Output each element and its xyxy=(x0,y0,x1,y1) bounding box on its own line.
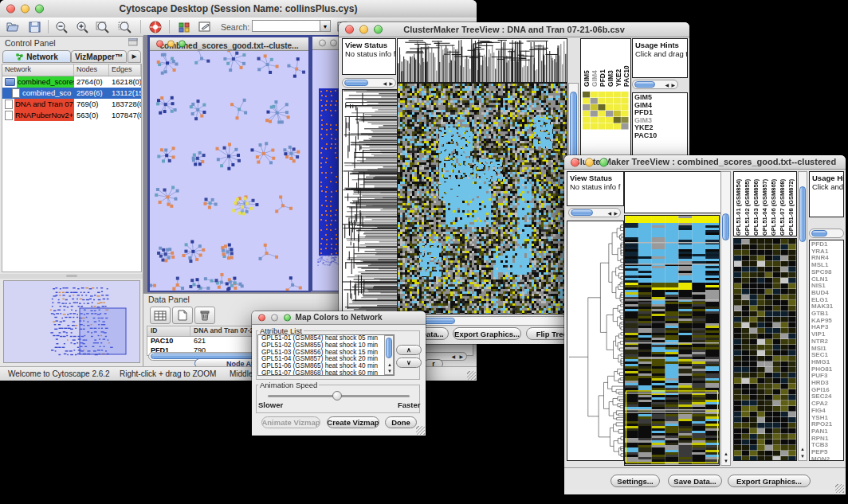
scrollbar-thumb[interactable] xyxy=(571,209,593,216)
zoom-in-icon[interactable] xyxy=(73,19,91,34)
tv1-titlebar[interactable]: ClusterMaker TreeView : DNA and Tran 07-… xyxy=(339,22,689,37)
scroll-left-icon[interactable]: ◀ xyxy=(607,211,611,216)
attribute-list[interactable]: GPL51-01 (GSM854) heat shock 05 minGPL51… xyxy=(257,334,395,376)
col-edges[interactable]: Edges xyxy=(109,64,141,76)
vizmapper-icon[interactable] xyxy=(175,19,193,34)
tv2-zoom-heatmap[interactable] xyxy=(733,238,797,461)
active-frame-titlebar[interactable]: combined_scores_good.txt--cluste... xyxy=(150,37,308,51)
scroll-right-icon[interactable]: ▶ xyxy=(459,354,463,359)
export-graphics-button[interactable]: Export Graphics... xyxy=(728,475,811,487)
maximize-button[interactable] xyxy=(284,315,291,322)
scrollbar-thumb[interactable] xyxy=(799,186,806,242)
main-titlebar[interactable]: Cytoscape Desktop (Session Name: collins… xyxy=(0,0,477,18)
col-nodes[interactable]: Nodes xyxy=(74,64,109,76)
col-network[interactable]: Network xyxy=(2,64,74,76)
tv1-zoom-heatmap[interactable] xyxy=(583,92,629,130)
settings-button[interactable]: Settings... xyxy=(610,475,660,487)
zoom-out-icon[interactable] xyxy=(53,19,70,34)
tv1-usage-hscrollbar[interactable]: ◀ ▶ xyxy=(632,80,678,89)
save-data-button[interactable]: Save Data... xyxy=(668,475,722,487)
resize-grip[interactable] xyxy=(835,484,844,493)
scrollbar-thumb[interactable] xyxy=(722,213,729,240)
scroll-right-icon[interactable]: ▶ xyxy=(389,81,393,86)
maximize-button[interactable] xyxy=(35,5,44,14)
scroll-up-icon[interactable]: ▲ xyxy=(800,447,805,451)
scrollbar-thumb[interactable] xyxy=(344,80,368,86)
scrollbar-thumb[interactable] xyxy=(634,81,655,88)
tv2-global-heatmap[interactable] xyxy=(624,215,720,466)
gene-list-item[interactable]: PAC10 xyxy=(634,132,685,140)
minimize-button[interactable] xyxy=(359,25,368,34)
move-up-button[interactable]: ∧ xyxy=(396,345,422,355)
tv2-row-dendrogram[interactable] xyxy=(567,221,624,461)
scroll-up-icon[interactable]: ▲ xyxy=(387,362,392,367)
tv2-gene-list[interactable]: PFD1YRA1RNR4MSL1SPC98CLN1NIS1BUD4ELG1MAK… xyxy=(809,240,844,461)
scroll-left-icon[interactable]: ◀ xyxy=(383,81,387,86)
open-file-icon[interactable] xyxy=(5,19,22,34)
tv1-column-dendrogram[interactable] xyxy=(397,38,567,83)
move-down-button[interactable]: ∨ xyxy=(396,357,422,368)
gene-list-item[interactable]: MON2 xyxy=(811,456,842,461)
birdseye-view[interactable] xyxy=(3,280,140,363)
annotation-icon[interactable] xyxy=(196,19,214,34)
scrollbar-thumb[interactable] xyxy=(386,338,392,358)
delete-attribute-icon[interactable] xyxy=(194,307,215,324)
maximize-button[interactable] xyxy=(374,25,383,34)
network-frame-active[interactable]: combined_scores_good.txt--cluste... xyxy=(147,35,311,292)
frame-minimize-button[interactable] xyxy=(330,40,337,47)
panel-splitter[interactable] xyxy=(0,274,143,279)
speed-slider-thumb[interactable] xyxy=(332,391,342,400)
tv1-global-heatmap[interactable] xyxy=(397,83,567,315)
frame-minimize-button[interactable] xyxy=(167,41,175,48)
tv2-status-hscrollbar[interactable]: ◀ ▶ xyxy=(568,208,621,217)
search-input[interactable] xyxy=(252,20,320,32)
scroll-down-icon[interactable]: ▼ xyxy=(387,369,392,373)
tab-vizmapper[interactable]: VizMapper™ xyxy=(71,50,127,63)
save-icon[interactable] xyxy=(26,19,43,34)
zoom-selected-icon[interactable] xyxy=(116,19,134,34)
export-graphics-button[interactable]: Export Graphics... xyxy=(453,327,521,340)
scroll-right-icon[interactable]: ▶ xyxy=(614,211,618,216)
tab-network[interactable]: Network xyxy=(2,50,71,63)
network-view-canvas[interactable] xyxy=(150,51,308,291)
help-lifebuoy-icon[interactable] xyxy=(147,19,164,34)
attribute-list-item[interactable]: GPL51-07 (GSM868) heat shock 60 min xyxy=(260,370,394,376)
tv2-titlebar[interactable]: ClusterMaker TreeView : combined_scores_… xyxy=(564,155,846,170)
scroll-left-icon[interactable]: ◀ xyxy=(665,83,669,88)
tab-overflow-arrow[interactable]: ▶ xyxy=(128,50,141,63)
resize-grip[interactable] xyxy=(416,426,425,435)
scroll-left-icon[interactable]: ◀ xyxy=(451,354,455,359)
scrollbar-thumb[interactable] xyxy=(811,230,827,236)
close-button[interactable] xyxy=(345,25,354,34)
attribute-select-icon[interactable] xyxy=(150,307,171,324)
close-button[interactable] xyxy=(258,315,265,322)
resize-grip[interactable] xyxy=(467,371,476,380)
float-panel-icon[interactable] xyxy=(128,38,138,48)
tv1-status-hscrollbar[interactable]: ◀ ▶ xyxy=(342,78,396,88)
network-tree-row[interactable]: combined_sco 2569(6) 13112(15) xyxy=(2,88,141,99)
scrollbar-thumb[interactable] xyxy=(570,92,577,159)
network-tree-row[interactable]: RNAPuberNov2+ 563(0) 107847(0) xyxy=(2,110,141,121)
tv2-usage-hscrollbar[interactable] xyxy=(809,229,844,238)
network-tree-row[interactable]: combined_scores 2764(0) 16218(0) xyxy=(2,76,141,88)
frame-close-button[interactable] xyxy=(156,41,163,48)
minimize-button[interactable] xyxy=(585,158,594,166)
close-button[interactable] xyxy=(6,5,15,14)
minimize-button[interactable] xyxy=(21,5,29,14)
attribute-list-vscrollbar[interactable]: ▲ ▼ xyxy=(384,335,394,375)
tv2-zoom-vscrollbar[interactable]: ▲ ▼ xyxy=(798,171,807,461)
tv2-column-dendrogram-area[interactable] xyxy=(624,171,724,213)
new-attribute-icon[interactable] xyxy=(172,307,193,324)
create-vizmap-button[interactable]: Create Vizmap xyxy=(327,416,379,428)
search-dropdown-icon[interactable]: ▼ xyxy=(320,20,331,32)
done-button[interactable]: Done xyxy=(385,416,417,428)
scroll-down-icon[interactable]: ▼ xyxy=(800,454,805,459)
close-button[interactable] xyxy=(571,158,579,166)
zoom-fit-icon[interactable] xyxy=(94,19,112,34)
col-id[interactable]: ID xyxy=(147,326,190,336)
tv1-row-dendrogram[interactable] xyxy=(342,89,398,315)
minimize-button[interactable] xyxy=(271,315,278,322)
scroll-down-icon[interactable]: ▼ xyxy=(724,459,728,463)
frame-zoom-button[interactable] xyxy=(179,41,186,48)
dialog-titlebar[interactable]: Map Colors to Network xyxy=(252,311,426,325)
